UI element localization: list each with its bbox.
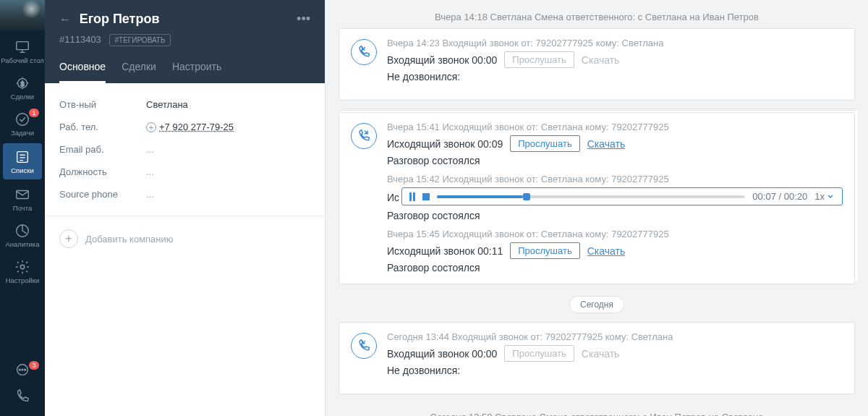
nav-label: Почта: [13, 204, 32, 212]
svg-point-9: [19, 369, 20, 370]
chat-badge: 3: [29, 361, 39, 370]
stop-button[interactable]: [422, 193, 430, 200]
call-title: Входящий звонок 00:00: [387, 348, 497, 360]
more-menu[interactable]: •••: [297, 12, 310, 27]
listen-button[interactable]: Прослушать: [510, 242, 580, 259]
nav-label: Списки: [11, 166, 34, 174]
download-link[interactable]: Скачать: [587, 138, 626, 150]
outgoing-call-icon: [351, 123, 377, 149]
desktop-icon: [14, 39, 30, 55]
field-label: Раб. тел.: [59, 122, 146, 132]
nav-label: Рабочий стол: [1, 56, 44, 64]
divider: [45, 216, 325, 216]
contact-id: #1113403: [59, 34, 101, 45]
field-label: Отв-ный: [59, 99, 146, 110]
field-value[interactable]: ...: [146, 144, 154, 155]
tasks-icon: [14, 111, 30, 127]
tab-setup[interactable]: Настроить: [172, 55, 221, 83]
pause-button[interactable]: [409, 192, 415, 201]
call-title: Входящий звонок 00:00: [387, 54, 497, 66]
nav-label: Сделки: [11, 93, 34, 101]
svg-point-11: [25, 369, 26, 370]
nav-desktop[interactable]: Рабочий стол: [0, 33, 45, 69]
download-link: Скачать: [582, 54, 620, 66]
chat-icon: [14, 362, 30, 378]
call-card-incoming: Вчера 14:23 Входящий звонок от: 79202777…: [339, 28, 855, 101]
field-value[interactable]: ...: [146, 166, 154, 177]
call-title: Исходящий звонок 00:11: [387, 245, 503, 257]
tab-deals[interactable]: Сделки: [122, 55, 156, 83]
call-meta: Вчера 14:23 Входящий звонок от: 79202777…: [387, 38, 843, 48]
svg-rect-0: [17, 41, 29, 49]
nav-label: Задачи: [11, 129, 34, 137]
call-status: Не дозвонился:: [387, 365, 843, 376]
field-work-email: Email раб. ...: [45, 138, 325, 161]
call-status: Не дозвонился:: [387, 71, 843, 82]
listen-button[interactable]: Прослушать: [510, 135, 580, 152]
phone-icon: [14, 389, 30, 404]
speed-selector[interactable]: 1x: [814, 191, 835, 202]
phone-number[interactable]: +7 920 277-79-25: [159, 122, 234, 132]
player-time: 00:07 / 00:20: [752, 191, 807, 202]
listen-button: Прослушать: [504, 51, 574, 68]
svg-point-3: [17, 113, 29, 125]
field-value[interactable]: ...: [146, 189, 154, 200]
field-value[interactable]: ++7 920 277-79-25: [146, 122, 234, 132]
svg-text:$: $: [20, 80, 24, 87]
back-button[interactable]: ←: [59, 13, 71, 25]
add-phone-icon[interactable]: +: [146, 122, 156, 132]
workspace-logo[interactable]: [0, 0, 45, 30]
field-label: Source phone: [59, 189, 146, 200]
call-card-outgoing-group: Вчера 15:41 Исходящий звонок от: Светлан…: [339, 112, 855, 284]
contact-detail-panel: ← Егор Петров ••• #1113403 #ТЕГИРОВАТЬ О…: [45, 0, 326, 416]
nav-settings[interactable]: Настройки: [0, 253, 45, 289]
call-status: Разговор состоялся: [387, 155, 843, 166]
call-meta: Вчера 15:45 Исходящий звонок от: Светлан…: [387, 229, 843, 239]
call-meta: Вчера 15:41 Исходящий звонок от: Светлан…: [387, 122, 843, 132]
field-label: Email раб.: [59, 144, 146, 155]
download-link[interactable]: Скачать: [587, 245, 626, 257]
add-company-button[interactable]: + Добавить компанию: [45, 221, 325, 257]
nav-deals[interactable]: $ Сделки: [0, 69, 45, 106]
audio-player[interactable]: 00:07 / 00:20 1x: [401, 187, 843, 205]
lists-icon: [14, 149, 30, 165]
nav-phone[interactable]: [0, 384, 45, 410]
incoming-call-icon: [351, 333, 377, 359]
activity-feed[interactable]: Вчера 14:18 Светлана Смена ответственног…: [326, 0, 868, 416]
nav-chat[interactable]: 3: [0, 358, 45, 384]
call-meta: Сегодня 13:44 Входящий звонок от: 792027…: [387, 331, 843, 342]
field-responsible: Отв-ный Светлана: [45, 93, 325, 116]
add-company-label: Добавить компанию: [85, 234, 174, 245]
nav-label: Настройки: [6, 276, 40, 284]
tasks-badge: 1: [29, 109, 39, 117]
contact-name[interactable]: Егор Петров: [80, 12, 160, 26]
system-event: Сегодня 13:58 Светлана Смена ответственн…: [339, 406, 855, 416]
nav-mail[interactable]: Почта: [0, 181, 45, 217]
nav-bottom: 3: [0, 358, 45, 416]
nav-lists[interactable]: Списки: [3, 143, 42, 179]
contact-fields: Отв-ный Светлана Раб. тел. ++7 920 277-7…: [45, 83, 325, 211]
nav-tasks[interactable]: 1 Задачи: [0, 106, 45, 142]
call-title-truncated: Ис: [387, 192, 399, 203]
field-label: Должность: [59, 166, 146, 177]
system-event: Вчера 14:18 Светлана Смена ответственног…: [339, 6, 855, 28]
nav-analytics[interactable]: Аналитика: [0, 217, 45, 253]
field-work-phone: Раб. тел. ++7 920 277-79-25: [45, 116, 325, 138]
left-nav-rail: Рабочий стол $ Сделки 1 Задачи Списки По…: [0, 0, 45, 416]
call-card-incoming: Сегодня 13:44 Входящий звонок от: 792027…: [339, 322, 855, 394]
chevron-down-icon: [826, 192, 835, 201]
tab-main[interactable]: Основное: [59, 55, 106, 83]
tag-button[interactable]: #ТЕГИРОВАТЬ: [109, 34, 170, 46]
field-source-phone: Source phone ...: [45, 183, 325, 205]
progress-bar[interactable]: [437, 195, 745, 198]
download-link: Скачать: [582, 348, 620, 360]
svg-point-7: [20, 265, 25, 269]
svg-point-10: [22, 369, 23, 370]
field-position: Должность ...: [45, 161, 325, 183]
mail-icon: [14, 187, 30, 203]
field-value[interactable]: Светлана: [146, 99, 188, 110]
call-meta: Вчера 15:42 Исходящий звонок от: Светлан…: [387, 174, 843, 184]
deals-icon: $: [14, 75, 30, 91]
plus-icon: +: [59, 229, 78, 248]
day-label: Сегодня: [569, 296, 624, 313]
